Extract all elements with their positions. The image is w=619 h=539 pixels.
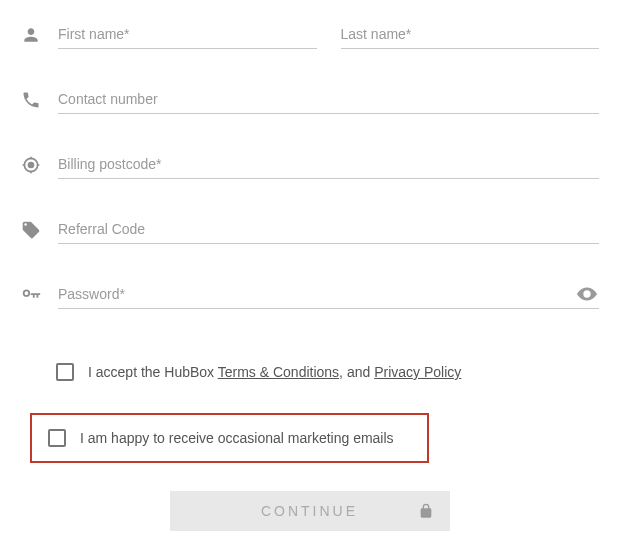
contact-field-wrap [58, 85, 599, 114]
svg-point-1 [29, 162, 34, 167]
last-name-field-wrap [341, 20, 600, 49]
password-fields [58, 280, 599, 309]
referral-row [20, 215, 599, 244]
terms-link[interactable]: Terms & Conditions [218, 364, 339, 380]
continue-button[interactable]: CONTINUE [170, 491, 450, 531]
phone-icon [20, 90, 42, 110]
referral-fields [58, 215, 599, 244]
key-icon [20, 284, 42, 306]
marketing-row: I am happy to receive occasional marketi… [30, 413, 429, 463]
marketing-label: I am happy to receive occasional marketi… [80, 430, 394, 446]
first-name-input[interactable] [58, 20, 317, 49]
name-fields [58, 20, 599, 49]
referral-code-input[interactable] [58, 215, 599, 244]
postcode-row [20, 150, 599, 179]
location-icon [20, 155, 42, 175]
marketing-checkbox[interactable] [48, 429, 66, 447]
first-name-field-wrap [58, 20, 317, 49]
last-name-input[interactable] [341, 20, 600, 49]
terms-text-mid: , and [339, 364, 374, 380]
privacy-link[interactable]: Privacy Policy [374, 364, 461, 380]
lock-icon [418, 503, 434, 519]
postcode-field-wrap [58, 150, 599, 179]
billing-postcode-input[interactable] [58, 150, 599, 179]
contact-row [20, 85, 599, 114]
terms-checkbox[interactable] [56, 363, 74, 381]
terms-label: I accept the HubBox Terms & Conditions, … [88, 364, 461, 380]
person-icon [20, 25, 42, 45]
toggle-password-visibility[interactable] [575, 282, 599, 306]
password-input[interactable] [58, 280, 599, 309]
contact-number-input[interactable] [58, 85, 599, 114]
password-row [20, 280, 599, 309]
continue-label: CONTINUE [261, 503, 358, 519]
referral-field-wrap [58, 215, 599, 244]
name-row [20, 20, 599, 49]
postcode-fields [58, 150, 599, 179]
tag-icon [20, 220, 42, 240]
terms-row: I accept the HubBox Terms & Conditions, … [48, 355, 599, 389]
eye-icon [576, 283, 598, 305]
terms-text-prefix: I accept the HubBox [88, 364, 218, 380]
contact-fields [58, 85, 599, 114]
password-field-wrap [58, 280, 599, 309]
